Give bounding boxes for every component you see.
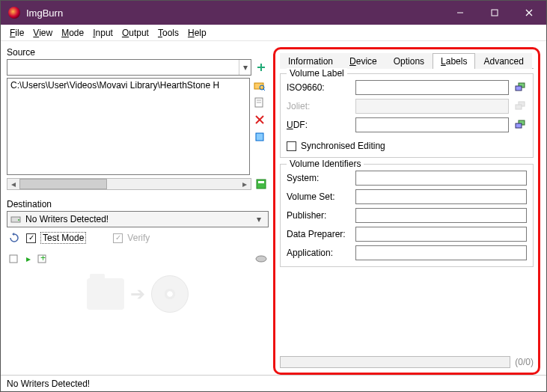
refresh-button[interactable]	[7, 230, 22, 245]
svg-text:+: +	[40, 254, 46, 263]
tab-bar: Information Device Options Labels Advanc…	[280, 52, 534, 69]
status-bar: No Writers Detected!	[1, 375, 546, 391]
menu-file[interactable]: File	[5, 26, 28, 40]
chevron-down-icon[interactable]: ▾	[253, 214, 265, 224]
svg-rect-24	[516, 86, 522, 91]
menu-help[interactable]: Help	[183, 26, 211, 40]
svg-point-18	[18, 219, 19, 221]
joliet-input	[355, 99, 509, 114]
iso9660-label: ISO9660:	[287, 82, 351, 93]
verify-checkbox: ✓	[113, 233, 123, 243]
svg-rect-14	[256, 133, 263, 141]
props-icon	[254, 132, 265, 142]
progress-row: (0/0)	[280, 356, 534, 368]
udf-label: UDF:	[287, 120, 351, 130]
remove-icon	[254, 114, 265, 125]
svg-rect-26	[516, 105, 522, 109]
source-hscrollbar[interactable]: ◂ ▸	[7, 178, 251, 190]
queue-icon	[9, 254, 19, 264]
remove-item-button[interactable]	[252, 112, 267, 127]
source-label: Source	[7, 47, 269, 58]
app-icon	[8, 7, 20, 19]
queue-add-button[interactable]: +	[35, 251, 50, 266]
browse-folder-button[interactable]	[252, 78, 267, 93]
add-source-button[interactable]	[254, 60, 269, 75]
list-item[interactable]: C:\Users\User\Videos\Movavi Library\Hear…	[10, 80, 246, 91]
volume-identifiers-legend: Volume Identifiers	[287, 159, 364, 169]
volume-label-legend: Volume Label	[287, 68, 347, 79]
menu-bar: File View Mode Input Output Tools Help	[1, 25, 546, 41]
publisher-label: Publisher:	[287, 210, 351, 221]
tab-options[interactable]: Options	[385, 53, 433, 69]
menu-mode[interactable]: Mode	[57, 26, 88, 40]
verify-label: Verify	[127, 233, 150, 243]
tab-information[interactable]: Information	[280, 53, 341, 69]
source-action-column	[252, 78, 269, 175]
edit-item-button[interactable]	[252, 95, 267, 110]
system-input[interactable]	[355, 171, 527, 186]
title-bar: ImgBurn	[1, 1, 546, 25]
scroll-right-icon[interactable]: ▸	[239, 179, 251, 189]
scroll-thumb[interactable]	[19, 179, 107, 189]
close-button[interactable]	[512, 1, 546, 25]
data-preparer-input[interactable]	[355, 227, 527, 242]
scroll-track[interactable]	[19, 179, 239, 189]
app-window: ImgBurn File View Mode Input Output Tool…	[0, 0, 547, 392]
play-icon[interactable]: ▸	[26, 254, 31, 264]
svg-point-22	[256, 256, 266, 262]
volume-set-input[interactable]	[355, 189, 527, 204]
calculator-button[interactable]	[254, 177, 269, 192]
svg-rect-15	[257, 180, 266, 189]
source-combo[interactable]: ▾	[7, 59, 251, 76]
minimize-button[interactable]	[443, 1, 477, 25]
iso9660-helper-button[interactable]	[513, 81, 527, 94]
volume-label-group: Volume Label ISO9660: Joliet: UDF:	[280, 73, 534, 158]
tab-advanced[interactable]: Advanced	[475, 53, 531, 69]
refresh-icon	[9, 233, 19, 243]
mini-toolbar: ▸ +	[7, 251, 269, 266]
build-action-button[interactable]: ➔	[7, 275, 269, 313]
menu-output[interactable]: Output	[117, 26, 153, 40]
svg-rect-6	[254, 83, 263, 89]
publisher-input[interactable]	[355, 208, 527, 223]
queue-add-icon: +	[37, 254, 48, 264]
plus-icon	[256, 62, 266, 73]
erase-disc-button[interactable]	[254, 251, 269, 266]
iso9660-input[interactable]	[355, 80, 509, 95]
queue-button[interactable]	[7, 251, 22, 266]
destination-options-row: ✓ Test Mode ✓ Verify	[7, 230, 269, 245]
udf-helper-button[interactable]	[513, 118, 527, 132]
disc-icon	[255, 255, 267, 263]
synchronised-editing-label[interactable]: Synchronised Editing	[301, 141, 385, 151]
menu-input[interactable]: Input	[88, 26, 117, 40]
udf-input[interactable]	[355, 117, 509, 132]
window-title: ImgBurn	[26, 7, 443, 19]
progress-text: (0/0)	[515, 357, 534, 367]
test-mode-label[interactable]: Test Mode	[40, 232, 86, 244]
joliet-helper-button	[513, 99, 527, 113]
calc-icon	[255, 178, 267, 190]
volume-set-label: Volume Set:	[287, 192, 351, 202]
status-text: No Writers Detected!	[7, 379, 90, 389]
svg-rect-19	[10, 255, 17, 263]
folder-icon	[87, 278, 124, 310]
destination-value: No Writers Detected!	[25, 214, 109, 224]
svg-line-8	[263, 89, 265, 91]
menu-view[interactable]: View	[28, 26, 57, 40]
maximize-button[interactable]	[477, 1, 512, 25]
destination-combo[interactable]: No Writers Detected! ▾	[7, 211, 269, 227]
test-mode-checkbox[interactable]: ✓	[26, 233, 36, 243]
disc-icon	[151, 275, 189, 313]
menu-tools[interactable]: Tools	[153, 26, 183, 40]
scroll-left-icon[interactable]: ◂	[7, 179, 19, 189]
synchronised-editing-checkbox[interactable]	[287, 141, 296, 151]
system-label: System:	[287, 173, 351, 183]
progress-bar	[280, 356, 510, 368]
source-listbox[interactable]: C:\Users\User\Videos\Movavi Library\Hear…	[7, 78, 250, 175]
tab-device[interactable]: Device	[341, 53, 385, 69]
tab-labels[interactable]: Labels	[433, 53, 475, 69]
joliet-label: Joliet:	[287, 101, 351, 111]
chevron-down-icon[interactable]: ▾	[239, 60, 251, 75]
application-input[interactable]	[355, 245, 527, 260]
item-properties-button[interactable]	[252, 129, 267, 144]
